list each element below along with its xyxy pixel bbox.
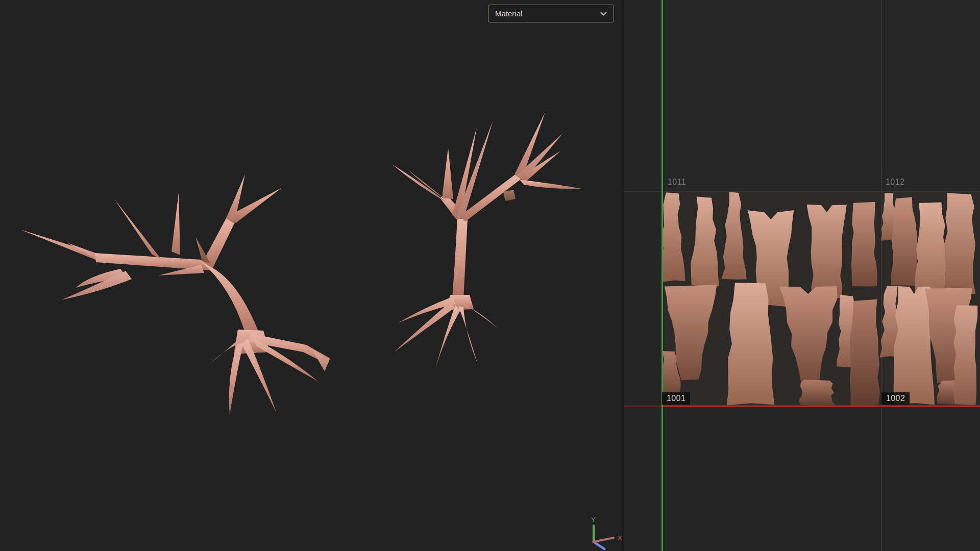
uv-island[interactable] [807,205,847,299]
tree-model-left [20,174,330,414]
uv-island[interactable] [851,202,877,287]
uv-island[interactable] [850,299,880,406]
material-dropdown-value: Material [495,9,522,18]
udim-tile-label-1001: 1001 [662,392,690,405]
uv-island[interactable] [953,305,977,405]
chevron-down-icon [600,12,607,16]
uv-island[interactable] [799,380,836,406]
z-axis-line [594,542,604,549]
x-axis-label: X [618,534,622,542]
axis-gizmo: Y X Z [567,511,622,551]
y-axis-label: Y [591,516,596,523]
viewport-3d[interactable]: Material Y X Z [0,0,622,551]
uv-layout-render [624,0,980,551]
uv-island[interactable] [727,283,775,405]
udim-tile-label-1002: 1002 [881,392,910,405]
x-axis-line [594,538,614,542]
uv-editor-canvas[interactable]: 1011 1012 1001 1002 [624,0,980,551]
material-dropdown[interactable]: Material [488,5,614,22]
udim-tile-label-1011: 1011 [668,177,686,187]
tree-model-right [392,112,582,370]
udim-empty-tile-row [662,0,980,191]
tree-models-render [0,0,622,551]
uv-island[interactable] [944,193,976,294]
udim-tile-label-1012: 1012 [886,177,904,187]
